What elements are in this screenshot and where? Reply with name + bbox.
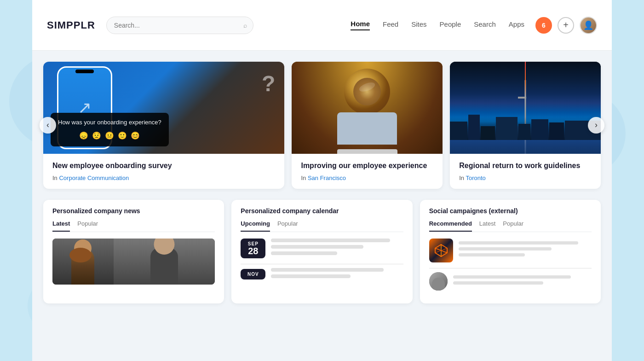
notification-badge[interactable]: 6 — [535, 17, 552, 34]
carousel-card-2[interactable]: Improving our employee experience In San… — [292, 62, 443, 189]
calendar-tab-upcoming[interactable]: Upcoming — [241, 220, 270, 232]
search-bar: ⌕ — [106, 17, 253, 34]
logo: SIMPPLR — [47, 19, 95, 31]
chevron-right-icon: › — [595, 120, 598, 130]
coffee-surface — [353, 78, 381, 105]
separator-2 — [429, 268, 592, 268]
social-tab-latest[interactable]: Latest — [479, 220, 495, 232]
social-text-line-4 — [453, 275, 571, 279]
social-item-2 — [429, 272, 592, 291]
carousel-card-3[interactable]: Regional return to work guidelines In To… — [450, 62, 601, 189]
search-icon: ⌕ — [243, 22, 247, 29]
plus-icon: + — [563, 20, 569, 30]
search-input[interactable] — [106, 17, 253, 34]
card-1-image: ↗ ? How was your onboarding experience? … — [43, 62, 284, 154]
social-thumb-1 — [429, 239, 453, 262]
header: SIMPPLR ⌕ Home Feed Sites People Search … — [32, 0, 612, 51]
nav-sites[interactable]: Sites — [411, 20, 426, 30]
cn-tower-pod — [518, 97, 526, 99]
emoji-rating-row: 😞 😟 😐 🙂 😊 — [58, 131, 161, 141]
coffee-latte-art — [344, 69, 390, 115]
rating-emoji-2: 😟 — [92, 131, 101, 141]
nav-actions: 6 + 👤 — [535, 17, 597, 34]
card-2-meta: In San Francisco — [301, 175, 433, 181]
social-tab-popular[interactable]: Popular — [503, 220, 523, 232]
carousel-next-button[interactable]: › — [588, 117, 604, 134]
social-item-1 — [429, 239, 592, 262]
news-panel-title: Personalized company news — [52, 207, 215, 215]
social-text-line-2 — [459, 247, 552, 250]
bottom-panels: Personalized company news Latest Popular — [43, 200, 601, 303]
person-avatar-2 — [429, 272, 448, 291]
calendar-event-2-text — [271, 268, 403, 281]
phone-notch — [75, 70, 94, 73]
calendar-panel-title: Personalized company calendar — [241, 207, 403, 215]
card-1-meta: In Corporate Communication — [52, 175, 275, 181]
social-text-line-1 — [459, 241, 578, 245]
latte-art-leaf — [358, 81, 376, 93]
card-3-meta: In Toronto — [459, 175, 592, 181]
nav-feed[interactable]: Feed — [383, 20, 398, 30]
calendar-date-sep: SEP 28 — [241, 239, 265, 258]
card-3-image — [450, 62, 601, 154]
card-2-category-link[interactable]: San Francisco — [308, 175, 346, 181]
text-line-5 — [271, 274, 350, 278]
social-panel: Social campaignes (external) Recommended… — [420, 200, 601, 303]
rating-emoji-4: 🙂 — [118, 131, 127, 141]
card-3-title: Regional return to work guidelines — [459, 161, 592, 171]
nav-home[interactable]: Home — [351, 20, 370, 30]
calendar-event-1-text — [271, 239, 403, 258]
social-item-2-text — [453, 275, 592, 287]
card-3-category-link[interactable]: Toronto — [466, 175, 485, 181]
news-panel-tabs: Latest Popular — [52, 220, 215, 232]
add-button[interactable]: + — [558, 17, 574, 34]
text-line-2 — [271, 245, 363, 249]
city-buildings — [450, 117, 601, 140]
calendar-event-1: SEP 28 — [241, 239, 403, 258]
survey-overlay: How was your onboarding experience? 😞 😟 … — [51, 113, 169, 146]
card-2-body: Improving our employee experience In San… — [292, 154, 443, 189]
card-1-title: New employee onboarding survey — [52, 161, 275, 171]
person-2-photo — [114, 239, 215, 285]
card-1-category-link[interactable]: Corporate Communication — [59, 175, 129, 181]
calendar-month-nov: NOV — [245, 272, 261, 277]
rating-emoji-1: 😞 — [79, 131, 88, 141]
cup-saucer — [337, 149, 397, 154]
cn-tower-needle — [525, 62, 526, 97]
chevron-left-icon: ‹ — [46, 120, 49, 130]
social-text-line-3 — [459, 253, 525, 256]
person-1-photo — [52, 239, 114, 285]
nav-search[interactable]: Search — [474, 20, 496, 30]
cup-body — [337, 112, 397, 145]
social-person-thumb — [429, 272, 448, 291]
social-panel-title: Social campaignes (external) — [429, 207, 592, 215]
news-tab-popular[interactable]: Popular — [77, 220, 98, 232]
avatar[interactable]: 👤 — [580, 17, 597, 34]
text-line-4 — [271, 268, 383, 272]
card-2-prefix: In — [301, 175, 307, 181]
text-line-1 — [271, 239, 390, 242]
social-text-line-5 — [453, 281, 543, 285]
carousel-card-1[interactable]: ↗ ? How was your onboarding experience? … — [43, 62, 284, 189]
social-tab-recommended[interactable]: Recommended — [429, 220, 472, 232]
carousel-prev-button[interactable]: ‹ — [40, 117, 56, 134]
separator-1 — [241, 264, 403, 264]
calendar-tab-popular[interactable]: Popular — [277, 220, 298, 232]
rating-emoji-5: 😊 — [131, 131, 140, 141]
news-panel-image — [52, 239, 215, 285]
survey-question-text: How was your onboarding experience? — [58, 118, 161, 127]
card-3-body: Regional return to work guidelines In To… — [450, 154, 601, 189]
calendar-date-nov: NOV — [241, 269, 265, 279]
avatar-image: 👤 — [581, 17, 596, 33]
nav-people[interactable]: People — [440, 20, 461, 30]
social-panel-tabs: Recommended Latest Popular — [429, 220, 592, 232]
news-tab-latest[interactable]: Latest — [52, 220, 70, 232]
main-container: SIMPPLR ⌕ Home Feed Sites People Search … — [32, 0, 612, 361]
news-panel: Personalized company news Latest Popular — [43, 200, 224, 303]
rating-emoji-3: 😐 — [105, 131, 114, 141]
nav-apps[interactable]: Apps — [509, 20, 524, 30]
card-1-prefix: In — [52, 175, 59, 181]
calendar-event-2: NOV — [241, 268, 403, 281]
text-line-3 — [271, 251, 337, 255]
main-nav: Home Feed Sites People Search Apps — [351, 20, 524, 30]
